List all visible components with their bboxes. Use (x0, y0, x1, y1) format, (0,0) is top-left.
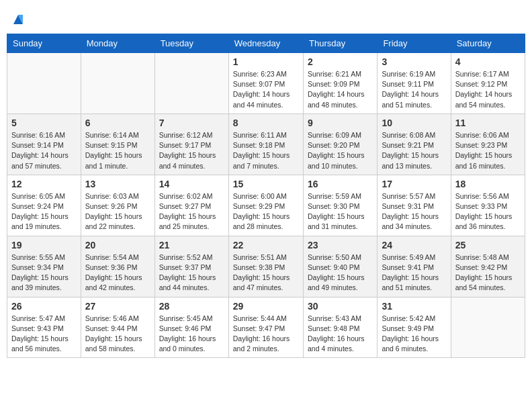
cell-day-number: 29 (233, 301, 299, 312)
cell-day-number: 9 (308, 118, 373, 128)
cell-info: Sunrise: 6:00 AMSunset: 9:29 PMDaylight:… (233, 191, 299, 232)
calendar-cell: 13Sunrise: 6:03 AMSunset: 9:26 PMDayligh… (81, 175, 154, 236)
cell-info: Sunrise: 5:42 AMSunset: 9:49 PMDaylight:… (382, 314, 446, 355)
cell-info: Sunrise: 6:23 AMSunset: 9:07 PMDaylight:… (233, 69, 299, 110)
calendar-cell: 27Sunrise: 5:46 AMSunset: 9:44 PMDayligh… (81, 297, 154, 358)
cell-info: Sunrise: 6:17 AMSunset: 9:12 PMDaylight:… (455, 69, 521, 110)
calendar-cell: 3Sunrise: 6:19 AMSunset: 9:11 PMDaylight… (378, 53, 451, 114)
cell-info: Sunrise: 5:57 AMSunset: 9:31 PMDaylight:… (382, 191, 446, 232)
calendar-cell: 2Sunrise: 6:21 AMSunset: 9:09 PMDaylight… (303, 53, 377, 114)
header (7, 7, 525, 28)
calendar-cell: 22Sunrise: 5:51 AMSunset: 9:38 PMDayligh… (228, 236, 303, 297)
calendar-cell: 1Sunrise: 6:23 AMSunset: 9:07 PMDaylight… (228, 53, 303, 114)
calendar-cell: 17Sunrise: 5:57 AMSunset: 9:31 PMDayligh… (378, 175, 451, 236)
cell-day-number: 2 (308, 56, 373, 67)
cell-info: Sunrise: 6:09 AMSunset: 9:20 PMDaylight:… (308, 130, 373, 171)
cell-day-number: 11 (455, 118, 521, 128)
cell-info: Sunrise: 5:44 AMSunset: 9:47 PMDaylight:… (233, 314, 299, 355)
cell-info: Sunrise: 6:08 AMSunset: 9:21 PMDaylight:… (382, 130, 446, 171)
cell-day-number: 26 (11, 301, 77, 312)
calendar-cell: 8Sunrise: 6:11 AMSunset: 9:18 PMDaylight… (228, 113, 303, 175)
cell-day-number: 23 (308, 240, 373, 250)
calendar-cell: 14Sunrise: 6:02 AMSunset: 9:27 PMDayligh… (154, 175, 228, 236)
cell-day-number: 28 (159, 301, 224, 312)
cell-info: Sunrise: 5:48 AMSunset: 9:42 PMDaylight:… (455, 253, 521, 293)
cell-info: Sunrise: 5:59 AMSunset: 9:30 PMDaylight:… (308, 191, 373, 232)
cell-info: Sunrise: 5:52 AMSunset: 9:37 PMDaylight:… (159, 253, 224, 293)
calendar-cell: 18Sunrise: 5:56 AMSunset: 9:33 PMDayligh… (451, 175, 525, 236)
cell-day-number: 27 (85, 301, 150, 312)
cell-info: Sunrise: 6:03 AMSunset: 9:26 PMDaylight:… (85, 191, 150, 232)
calendar-cell: 19Sunrise: 5:55 AMSunset: 9:34 PMDayligh… (7, 236, 81, 297)
cell-day-number: 19 (11, 240, 77, 250)
weekday-header-thursday: Thursday (303, 34, 377, 53)
cell-info: Sunrise: 6:02 AMSunset: 9:27 PMDaylight:… (159, 191, 224, 232)
cell-day-number: 21 (159, 240, 224, 250)
calendar-cell (451, 297, 525, 358)
cell-info: Sunrise: 5:51 AMSunset: 9:38 PMDaylight:… (233, 253, 299, 293)
cell-day-number: 25 (455, 240, 521, 250)
cell-info: Sunrise: 5:49 AMSunset: 9:41 PMDaylight:… (382, 253, 446, 293)
weekday-header-sunday: Sunday (7, 34, 81, 53)
logo-icon (11, 12, 26, 27)
calendar: SundayMondayTuesdayWednesdayThursdayFrid… (7, 34, 525, 358)
cell-info: Sunrise: 6:14 AMSunset: 9:15 PMDaylight:… (85, 130, 150, 171)
cell-day-number: 5 (11, 118, 77, 128)
cell-info: Sunrise: 5:56 AMSunset: 9:33 PMDaylight:… (455, 191, 521, 232)
cell-info: Sunrise: 5:45 AMSunset: 9:46 PMDaylight:… (159, 314, 224, 355)
calendar-cell: 5Sunrise: 6:16 AMSunset: 9:14 PMDaylight… (7, 113, 81, 175)
cell-info: Sunrise: 5:43 AMSunset: 9:48 PMDaylight:… (308, 314, 373, 355)
cell-day-number: 1 (233, 56, 299, 67)
cell-info: Sunrise: 5:46 AMSunset: 9:44 PMDaylight:… (85, 314, 150, 355)
calendar-cell: 24Sunrise: 5:49 AMSunset: 9:41 PMDayligh… (378, 236, 451, 297)
calendar-cell: 10Sunrise: 6:08 AMSunset: 9:21 PMDayligh… (378, 113, 451, 175)
cell-day-number: 4 (455, 56, 521, 67)
calendar-cell: 23Sunrise: 5:50 AMSunset: 9:40 PMDayligh… (303, 236, 377, 297)
cell-info: Sunrise: 5:50 AMSunset: 9:40 PMDaylight:… (308, 253, 373, 293)
cell-info: Sunrise: 6:11 AMSunset: 9:18 PMDaylight:… (233, 130, 299, 171)
cell-day-number: 16 (308, 179, 373, 189)
calendar-cell (7, 53, 81, 114)
cell-day-number: 30 (308, 301, 373, 312)
calendar-week-row: 5Sunrise: 6:16 AMSunset: 9:14 PMDaylight… (7, 113, 525, 175)
cell-info: Sunrise: 6:05 AMSunset: 9:24 PMDaylight:… (11, 191, 77, 232)
weekday-header-saturday: Saturday (451, 34, 525, 53)
cell-day-number: 22 (233, 240, 299, 250)
logo (9, 12, 26, 28)
calendar-cell: 28Sunrise: 5:45 AMSunset: 9:46 PMDayligh… (154, 297, 228, 358)
calendar-cell: 16Sunrise: 5:59 AMSunset: 9:30 PMDayligh… (303, 175, 377, 236)
cell-day-number: 8 (233, 118, 299, 128)
calendar-week-row: 1Sunrise: 6:23 AMSunset: 9:07 PMDaylight… (7, 53, 525, 114)
calendar-cell: 4Sunrise: 6:17 AMSunset: 9:12 PMDaylight… (451, 53, 525, 114)
calendar-cell: 20Sunrise: 5:54 AMSunset: 9:36 PMDayligh… (81, 236, 154, 297)
cell-info: Sunrise: 6:16 AMSunset: 9:14 PMDaylight:… (11, 130, 77, 171)
cell-day-number: 12 (11, 179, 77, 189)
calendar-cell (81, 53, 154, 114)
cell-day-number: 10 (382, 118, 446, 128)
calendar-cell: 25Sunrise: 5:48 AMSunset: 9:42 PMDayligh… (451, 236, 525, 297)
calendar-cell: 29Sunrise: 5:44 AMSunset: 9:47 PMDayligh… (228, 297, 303, 358)
weekday-header-monday: Monday (81, 34, 154, 53)
cell-info: Sunrise: 6:12 AMSunset: 9:17 PMDaylight:… (159, 130, 224, 171)
weekday-header-tuesday: Tuesday (154, 34, 228, 53)
cell-day-number: 24 (382, 240, 446, 250)
calendar-cell: 6Sunrise: 6:14 AMSunset: 9:15 PMDaylight… (81, 113, 154, 175)
calendar-cell: 12Sunrise: 6:05 AMSunset: 9:24 PMDayligh… (7, 175, 81, 236)
calendar-cell: 31Sunrise: 5:42 AMSunset: 9:49 PMDayligh… (378, 297, 451, 358)
cell-info: Sunrise: 5:47 AMSunset: 9:43 PMDaylight:… (11, 314, 77, 355)
cell-day-number: 17 (382, 179, 446, 189)
cell-info: Sunrise: 6:21 AMSunset: 9:09 PMDaylight:… (308, 69, 373, 110)
cell-day-number: 13 (85, 179, 150, 189)
cell-day-number: 20 (85, 240, 150, 250)
calendar-week-row: 26Sunrise: 5:47 AMSunset: 9:43 PMDayligh… (7, 297, 525, 358)
cell-info: Sunrise: 5:54 AMSunset: 9:36 PMDaylight:… (85, 253, 150, 293)
calendar-cell: 11Sunrise: 6:06 AMSunset: 9:23 PMDayligh… (451, 113, 525, 175)
calendar-cell: 15Sunrise: 6:00 AMSunset: 9:29 PMDayligh… (228, 175, 303, 236)
calendar-week-row: 12Sunrise: 6:05 AMSunset: 9:24 PMDayligh… (7, 175, 525, 236)
calendar-cell: 26Sunrise: 5:47 AMSunset: 9:43 PMDayligh… (7, 297, 81, 358)
cell-day-number: 3 (382, 56, 446, 67)
cell-info: Sunrise: 5:55 AMSunset: 9:34 PMDaylight:… (11, 253, 77, 293)
cell-day-number: 7 (159, 118, 224, 128)
cell-day-number: 18 (455, 179, 521, 189)
weekday-header-friday: Friday (378, 34, 451, 53)
